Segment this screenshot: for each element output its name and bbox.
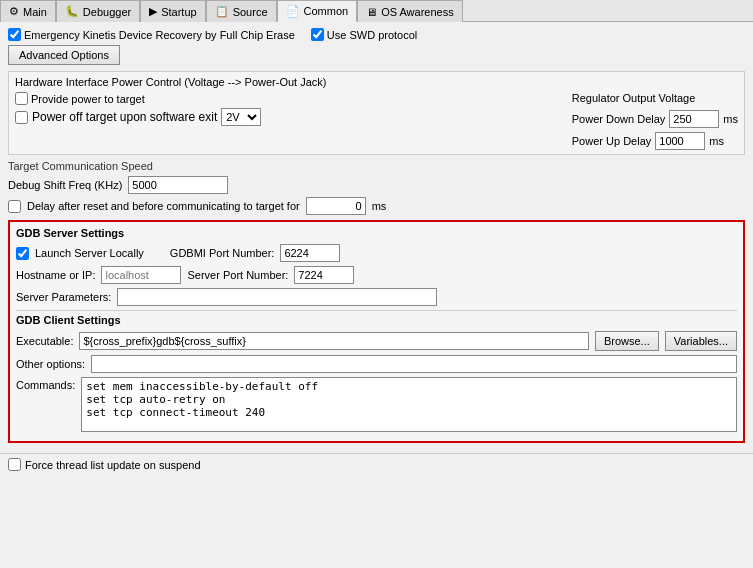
exec-label: Executable: xyxy=(16,335,73,347)
use-swd-check-item: Use SWD protocol xyxy=(311,28,417,41)
delay-value-input[interactable] xyxy=(306,197,366,215)
force-thread-checkbox[interactable] xyxy=(8,458,21,471)
source-icon: 📋 xyxy=(215,5,229,18)
hardware-section: Hardware Interface Power Control (Voltag… xyxy=(8,71,745,155)
power-up-delay-row: Power Up Delay ms xyxy=(572,132,738,150)
options-input[interactable] xyxy=(91,355,737,373)
tab-startup[interactable]: ▶ Startup xyxy=(140,0,205,22)
server-port-input[interactable] xyxy=(294,266,354,284)
tab-bar: ⚙ Main 🐛 Debugger ▶ Startup 📋 Source 📄 C… xyxy=(0,0,753,22)
hw-left: Provide power to target Power off target… xyxy=(15,92,261,126)
debug-freq-label: Debug Shift Freq (KHz) xyxy=(8,179,122,191)
delay-label: Delay after reset and before communicati… xyxy=(27,200,300,212)
hw-right: Regulator Output Voltage Power Down Dela… xyxy=(572,92,738,150)
variables-button[interactable]: Variables... xyxy=(665,331,737,351)
emergency-recovery-label: Emergency Kinetis Device Recovery by Ful… xyxy=(24,29,295,41)
exec-input[interactable] xyxy=(79,332,588,350)
commands-row: Commands: set mem inaccessible-by-defaul… xyxy=(16,377,737,432)
freq-input[interactable] xyxy=(128,176,228,194)
launch-server-row: Launch Server Locally GDBMI Port Number: xyxy=(16,244,737,262)
provide-power-label: Provide power to target xyxy=(31,93,145,105)
bottom-bar: Force thread list update on suspend xyxy=(0,453,753,475)
power-off-checkbox[interactable] xyxy=(15,111,28,124)
debugger-icon: 🐛 xyxy=(65,5,79,18)
server-port-label: Server Port Number: xyxy=(187,269,288,281)
power-down-delay-row: Power Down Delay ms xyxy=(572,110,738,128)
force-thread-label: Force thread list update on suspend xyxy=(25,459,201,471)
gdb-client-section: GDB Client Settings Executable: Browse..… xyxy=(16,314,737,432)
use-swd-checkbox[interactable] xyxy=(311,28,324,41)
provide-power-checkbox[interactable] xyxy=(15,92,28,105)
startup-icon: ▶ xyxy=(149,5,157,18)
params-input[interactable] xyxy=(117,288,437,306)
gdb-client-title: GDB Client Settings xyxy=(16,314,737,326)
freq-row: Debug Shift Freq (KHz) xyxy=(8,176,745,194)
emergency-recovery-checkbox[interactable] xyxy=(8,28,21,41)
voltage-select[interactable]: 2V 3.3V 5V xyxy=(221,108,261,126)
power-down-delay-input[interactable] xyxy=(669,110,719,128)
provide-power-item: Provide power to target xyxy=(15,92,261,105)
browse-button[interactable]: Browse... xyxy=(595,331,659,351)
top-checks: Emergency Kinetis Device Recovery by Ful… xyxy=(8,28,745,41)
tab-os-awareness[interactable]: 🖥 OS Awareness xyxy=(357,0,463,22)
power-down-delay-label: Power Down Delay xyxy=(572,113,666,125)
tab-common[interactable]: 📄 Common xyxy=(277,0,358,22)
power-up-unit: ms xyxy=(709,135,724,147)
advanced-options-button[interactable]: Advanced Options xyxy=(8,45,120,65)
hostname-row: Hostname or IP: Server Port Number: xyxy=(16,266,737,284)
commands-textarea[interactable]: set mem inaccessible-by-default off set … xyxy=(81,377,737,432)
emergency-recovery-check-item: Emergency Kinetis Device Recovery by Ful… xyxy=(8,28,295,41)
comm-speed-title: Target Communication Speed xyxy=(8,160,745,172)
tab-debugger[interactable]: 🐛 Debugger xyxy=(56,0,140,22)
regulator-label: Regulator Output Voltage xyxy=(572,92,738,104)
hostname-label: Hostname or IP: xyxy=(16,269,95,281)
hw-title: Hardware Interface Power Control (Voltag… xyxy=(15,76,738,88)
gdbmi-port-label: GDBMI Port Number: xyxy=(170,247,275,259)
launch-server-checkbox[interactable] xyxy=(16,247,29,260)
tab-main[interactable]: ⚙ Main xyxy=(0,0,56,22)
power-off-label: Power off target upon software exit xyxy=(32,110,217,124)
executable-row: Executable: Browse... Variables... xyxy=(16,331,737,351)
power-up-delay-input[interactable] xyxy=(655,132,705,150)
common-icon: 📄 xyxy=(286,5,300,18)
params-row: Server Parameters: xyxy=(16,288,737,306)
section-divider xyxy=(16,310,737,311)
delay-row: Delay after reset and before communicati… xyxy=(8,197,745,215)
power-off-row: Power off target upon software exit 2V 3… xyxy=(15,108,261,126)
gdb-server-title: GDB Server Settings xyxy=(16,227,737,239)
launch-server-label: Launch Server Locally xyxy=(35,247,144,259)
gdbmi-port-input[interactable] xyxy=(280,244,340,262)
main-icon: ⚙ xyxy=(9,5,19,18)
delay-unit: ms xyxy=(372,200,387,212)
gdb-server-section: GDB Server Settings Launch Server Locall… xyxy=(16,227,737,306)
gdb-combined-section: GDB Server Settings Launch Server Locall… xyxy=(8,220,745,443)
hostname-input[interactable] xyxy=(101,266,181,284)
os-icon: 🖥 xyxy=(366,6,377,18)
power-up-delay-label: Power Up Delay xyxy=(572,135,651,147)
delay-checkbox[interactable] xyxy=(8,200,21,213)
options-label: Other options: xyxy=(16,358,85,370)
commands-label: Commands: xyxy=(16,379,75,391)
comm-speed-section: Target Communication Speed Debug Shift F… xyxy=(8,160,745,215)
power-down-unit: ms xyxy=(723,113,738,125)
use-swd-label: Use SWD protocol xyxy=(327,29,417,41)
params-label: Server Parameters: xyxy=(16,291,111,303)
main-content: Emergency Kinetis Device Recovery by Ful… xyxy=(0,22,753,453)
other-options-row: Other options: xyxy=(16,355,737,373)
tab-source[interactable]: 📋 Source xyxy=(206,0,277,22)
